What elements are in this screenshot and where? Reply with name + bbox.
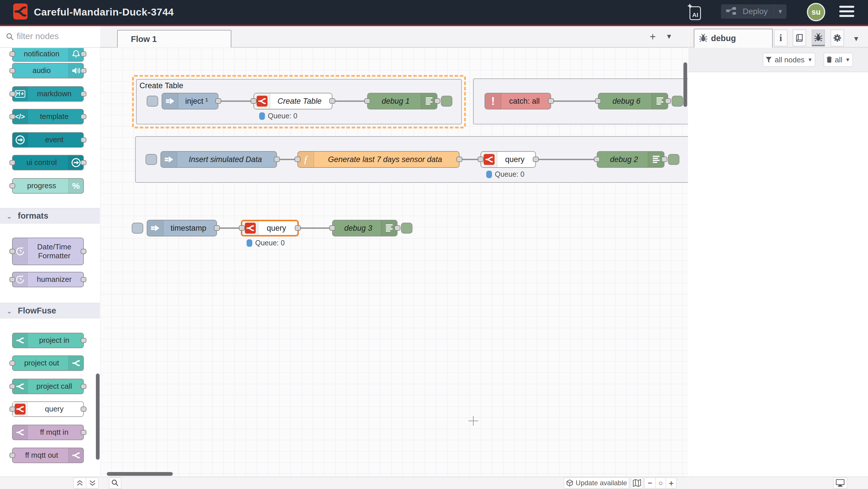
- open-dashboard-button[interactable]: [833, 478, 847, 488]
- zoom-reset-button[interactable]: ○: [655, 478, 666, 488]
- palette-filter-input[interactable]: filter nodes: [0, 26, 100, 48]
- sidebar-debug-tab[interactable]: [812, 30, 825, 46]
- inject-arrow-icon: [161, 152, 177, 167]
- node-debug-6[interactable]: debug 6: [598, 93, 668, 110]
- debug-toggle-button[interactable]: [401, 223, 412, 234]
- canvas-vertical-scrollbar[interactable]: [683, 62, 687, 107]
- input-port[interactable]: [364, 98, 370, 104]
- cursor-crosshair: [468, 416, 478, 426]
- inject-trigger-button[interactable]: [146, 154, 157, 165]
- input-port[interactable]: [294, 156, 301, 162]
- output-port[interactable]: [661, 156, 668, 162]
- palette-node-datetime[interactable]: Date/Time Formatter: [12, 238, 84, 265]
- sidebar-info-tab[interactable]: i: [774, 30, 787, 46]
- output-port[interactable]: [274, 156, 280, 162]
- output-port[interactable]: [548, 98, 554, 104]
- palette-collapse-all-button[interactable]: [73, 478, 86, 488]
- inject-trigger-button[interactable]: [147, 96, 158, 107]
- ff-white-icon: [12, 333, 28, 348]
- palette-expand-all-button[interactable]: [86, 478, 99, 488]
- main-menu-button[interactable]: [839, 6, 854, 18]
- node-debug-1[interactable]: debug 1: [367, 93, 437, 110]
- sidebar-menu-caret-icon[interactable]: ▼: [853, 35, 860, 43]
- palette-node-event[interactable]: event: [12, 132, 84, 148]
- debug-toggle-button[interactable]: [672, 96, 683, 107]
- flowfuse-logo-icon[interactable]: [13, 3, 28, 20]
- node-debug-3[interactable]: debug 3: [332, 220, 398, 236]
- palette-node-template[interactable]: </>template: [12, 109, 84, 124]
- add-flow-button[interactable]: +: [646, 31, 660, 44]
- palette-scrollbar[interactable]: [96, 374, 100, 460]
- tab-debug[interactable]: debug: [694, 29, 773, 48]
- package-icon: [566, 479, 574, 487]
- status-dot-icon: [486, 171, 492, 178]
- sidebar: debug i ▼ all nodes ▼ a: [688, 26, 868, 489]
- output-port[interactable]: [215, 98, 221, 104]
- ai-assistant-button[interactable]: ✦ AI: [688, 3, 702, 21]
- node-timestamp[interactable]: timestamp: [147, 220, 217, 236]
- palette-node-project-out[interactable]: project out: [12, 355, 84, 371]
- node-query[interactable]: query: [480, 151, 536, 168]
- palette-section-formats[interactable]: ⌄ formats: [0, 208, 100, 224]
- deploy-caret-icon[interactable]: ▼: [774, 4, 786, 19]
- sidebar-footer: [688, 477, 868, 489]
- flow-workspace[interactable]: Create Tableinject ¹Create TableQueue: 0…: [100, 48, 688, 477]
- search-icon: [6, 32, 14, 42]
- node-query[interactable]: query: [241, 220, 299, 236]
- input-port[interactable]: [594, 156, 600, 162]
- update-available-button[interactable]: Update available: [564, 478, 629, 488]
- output-port[interactable]: [665, 98, 671, 104]
- zoom-out-button[interactable]: −: [645, 478, 655, 488]
- output-port[interactable]: [295, 225, 301, 231]
- input-port[interactable]: [239, 225, 245, 231]
- output-port[interactable]: [533, 156, 539, 162]
- output-port[interactable]: [456, 156, 462, 162]
- palette-node-notification[interactable]: notification: [12, 48, 84, 62]
- deploy-button[interactable]: Deploy ▼: [721, 4, 786, 19]
- sidebar-help-tab[interactable]: [793, 30, 806, 46]
- inject-trigger-button[interactable]: [132, 223, 143, 234]
- debug-toggle-button[interactable]: [441, 96, 453, 107]
- input-port: [9, 384, 15, 389]
- minimap-button[interactable]: [631, 478, 643, 488]
- palette-node-project-call[interactable]: project call: [12, 379, 84, 394]
- palette-node-audio[interactable]: audio: [12, 63, 84, 79]
- canvas-search-button[interactable]: [109, 478, 121, 488]
- node-catch-all[interactable]: !catch: all: [485, 93, 551, 110]
- debug-clear-button[interactable]: all ▼: [824, 53, 853, 67]
- input-port[interactable]: [477, 156, 484, 162]
- output-port[interactable]: [329, 98, 335, 104]
- node-create-table[interactable]: Create Table: [253, 93, 332, 110]
- palette-node-markdown[interactable]: markdown: [12, 86, 84, 102]
- flow-list-caret-icon[interactable]: ▼: [665, 32, 673, 40]
- output-port[interactable]: [434, 98, 440, 104]
- tab-flow-1[interactable]: Flow 1: [117, 30, 231, 48]
- node-inject[interactable]: inject ¹: [162, 93, 218, 110]
- excl-icon: !: [485, 93, 501, 109]
- palette-node-ff-mqtt-out[interactable]: ff mqtt out: [12, 448, 84, 463]
- palette-node-ui-control[interactable]: ui control: [12, 155, 84, 170]
- palette-node-ff-mqtt-in[interactable]: ff mqtt in: [12, 425, 84, 440]
- input-port[interactable]: [595, 98, 601, 104]
- palette-node-progress[interactable]: %progress: [12, 178, 84, 194]
- user-avatar[interactable]: su: [807, 3, 825, 21]
- canvas-footer: Update available − ○ ＋: [100, 477, 688, 489]
- output-port: [81, 406, 86, 412]
- palette-node-query[interactable]: query: [12, 401, 84, 417]
- palette-section-flowfuse[interactable]: ⌄ FlowFuse: [0, 303, 100, 318]
- input-port[interactable]: [329, 225, 335, 231]
- node-debug-2[interactable]: debug 2: [597, 151, 664, 168]
- output-port[interactable]: [394, 225, 400, 231]
- debug-filter-button[interactable]: all nodes ▼: [763, 53, 815, 67]
- zoom-in-button[interactable]: ＋: [665, 478, 676, 488]
- canvas-horizontal-scrollbar[interactable]: [107, 472, 173, 476]
- node-insert-simulated-data[interactable]: Insert simulated Data: [160, 151, 277, 168]
- status-dot-icon: [259, 112, 265, 120]
- output-port[interactable]: [214, 225, 220, 231]
- node-generate-last-7-days-sensor-data[interactable]: ƒGenerate last 7 days sensor data: [298, 151, 460, 168]
- palette-node-humanizer[interactable]: humanizer: [12, 272, 84, 287]
- palette-node-project-in[interactable]: project in: [12, 333, 84, 348]
- debug-toggle-button[interactable]: [668, 154, 679, 165]
- sidebar-config-tab[interactable]: [831, 30, 844, 46]
- input-port[interactable]: [251, 98, 257, 104]
